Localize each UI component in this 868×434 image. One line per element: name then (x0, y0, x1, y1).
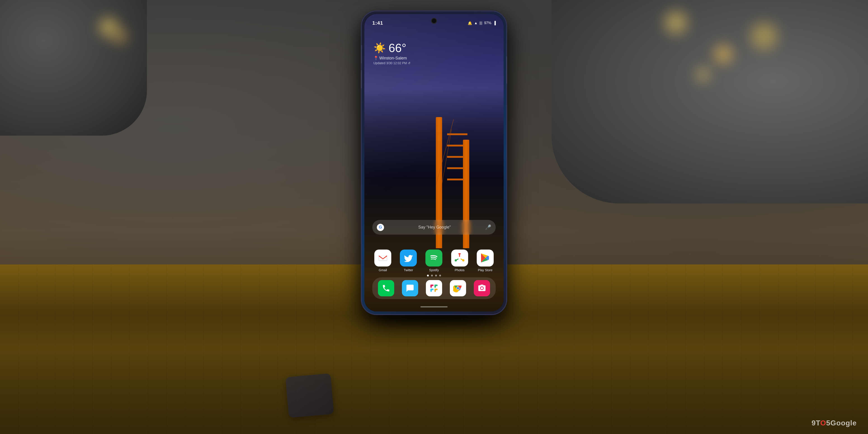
app-grid: Gmail Twitter (372, 250, 496, 272)
bokeh-light-6 (696, 68, 710, 81)
weather-updated: Updated 3/30 12:02 PM ↺ (373, 61, 410, 65)
svg-point-5 (462, 259, 465, 261)
volume-up-button (361, 45, 362, 63)
slack-icon-svg (430, 284, 438, 293)
photos-label: Photos (455, 268, 465, 272)
site-watermark: 9TO5Google (811, 419, 857, 427)
location-pin-icon: 📍 (373, 56, 378, 61)
weather-widget: ☀️ 66° 📍 Winston-Salem Updated 3/30 12:0… (373, 41, 410, 65)
spotify-svg (429, 253, 439, 263)
dock (372, 277, 496, 299)
gmail-svg (378, 255, 388, 261)
messages-icon (402, 280, 418, 296)
svg-point-2 (429, 253, 439, 263)
search-placeholder: Say "Hey Google" (387, 225, 483, 230)
camera-notch (432, 19, 436, 23)
playstore-label: Play Store (478, 268, 493, 272)
signal-icon: ||| (479, 21, 482, 25)
phone-screen: 1:41 🔔 ▲ ||| 97% ▐ ☀️ 66° 📍 Winston-Sale… (364, 14, 504, 311)
chrome-icon (450, 280, 466, 296)
app-item-playstore[interactable]: Play Store (475, 250, 496, 272)
page-dot-1 (427, 275, 429, 276)
spotify-label: Spotify (429, 268, 439, 272)
google-logo: G (377, 224, 384, 231)
volume-down-button (361, 70, 362, 88)
camera-icon-svg (477, 284, 486, 292)
photos-icon (451, 250, 468, 267)
status-icons: 🔔 ▲ ||| 97% ▐ (468, 21, 496, 25)
status-time: 1:41 (372, 20, 383, 26)
page-indicators (427, 275, 441, 276)
watermark-o: O (820, 419, 826, 427)
app-item-gmail[interactable]: Gmail (372, 250, 393, 272)
phone-body: 1:41 🔔 ▲ ||| 97% ▐ ☀️ 66° 📍 Winston-Sale… (362, 11, 506, 314)
weather-temperature-display: ☀️ 66° (373, 41, 410, 55)
phone-dialer-icon (378, 280, 394, 296)
bokeh-light-5 (750, 23, 778, 50)
app-item-spotify[interactable]: Spotify (423, 250, 444, 272)
camera-app-icon (474, 280, 490, 296)
svg-point-6 (455, 259, 457, 261)
svg-rect-9 (430, 289, 434, 290)
spotify-icon (426, 250, 442, 267)
svg-rect-11 (434, 285, 438, 286)
bokeh-light-3 (664, 11, 687, 34)
twitter-icon (400, 250, 417, 267)
twitter-bird-svg (404, 254, 413, 262)
bokeh-light-2 (113, 29, 127, 43)
page-dot-2 (431, 275, 433, 276)
phone-icon-svg (382, 284, 391, 292)
second-phone-object (285, 373, 334, 418)
gmail-icon (374, 250, 391, 267)
power-button (506, 57, 507, 84)
weather-city: Winston-Salem (379, 56, 407, 61)
app-item-twitter[interactable]: Twitter (398, 250, 419, 272)
messages-icon-svg (406, 284, 414, 292)
svg-point-19 (457, 287, 459, 289)
twitter-label: Twitter (404, 268, 413, 272)
svg-point-7 (458, 256, 461, 259)
chrome-icon-svg (453, 283, 463, 293)
page-dot-3 (435, 275, 437, 276)
app-item-photos[interactable]: Photos (449, 250, 470, 272)
home-indicator (421, 306, 447, 307)
svg-rect-15 (430, 285, 434, 286)
svg-rect-13 (434, 289, 438, 290)
smartphone: 1:41 🔔 ▲ ||| 97% ▐ ☀️ 66° 📍 Winston-Sale… (362, 11, 506, 314)
gmail-label: Gmail (379, 268, 387, 272)
notification-icon: 🔔 (468, 21, 472, 25)
couch-right (552, 0, 868, 204)
battery-icon: ▐ (493, 21, 496, 25)
couch-left (0, 0, 147, 135)
status-bar: 1:41 🔔 ▲ ||| 97% ▐ (364, 14, 504, 32)
dock-item-messages[interactable] (400, 280, 420, 296)
weather-temperature: 66° (389, 41, 406, 55)
dock-item-camera[interactable] (472, 280, 492, 296)
microphone-icon[interactable]: 🎤 (485, 224, 491, 230)
google-search-bar[interactable]: G Say "Hey Google" 🎤 (372, 220, 496, 235)
weather-location: 📍 Winston-Salem (373, 56, 410, 61)
page-dot-4 (439, 275, 441, 276)
dock-item-phone[interactable] (376, 280, 396, 296)
dock-item-chrome[interactable] (448, 280, 468, 296)
slack-icon (426, 280, 442, 296)
bokeh-light-4 (714, 45, 733, 63)
photos-svg (455, 253, 465, 263)
playstore-icon (477, 250, 494, 267)
playstore-svg (480, 253, 490, 263)
wifi-icon: ▲ (474, 21, 477, 25)
battery-text: 97% (484, 21, 491, 25)
dock-item-slack[interactable] (424, 280, 444, 296)
weather-sun-icon: ☀️ (373, 42, 386, 54)
